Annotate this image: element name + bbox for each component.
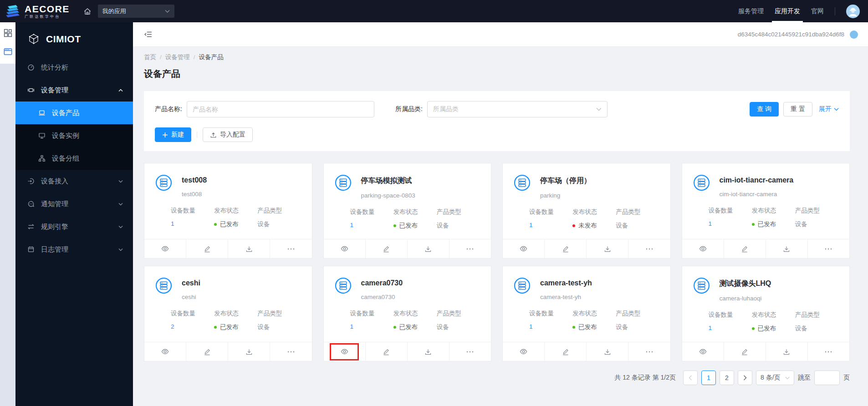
prev-page-button[interactable]: [683, 370, 698, 385]
edit-button[interactable]: [724, 342, 766, 361]
sidebar-item-log-management[interactable]: 日志管理: [15, 238, 133, 261]
edit-button[interactable]: [186, 342, 228, 361]
reset-button[interactable]: 重 置: [783, 102, 812, 117]
download-button[interactable]: [586, 239, 628, 258]
stat-label-device-count: 设备数量: [171, 310, 214, 318]
view-button[interactable]: [682, 239, 724, 258]
topbar-link-official-site[interactable]: 官网: [811, 0, 824, 22]
publish-status-value: 已发布: [752, 325, 795, 333]
ellipsis-icon: [645, 350, 654, 353]
download-button[interactable]: [586, 342, 628, 361]
edit-button[interactable]: [365, 342, 407, 361]
cimiot-brand[interactable]: CIMIOT: [15, 22, 133, 56]
main-header: d6345c484c021445921c91dba924d6f8: [133, 22, 868, 47]
more-button[interactable]: [628, 239, 670, 258]
view-button[interactable]: [503, 342, 544, 361]
more-button[interactable]: [628, 342, 670, 361]
user-avatar[interactable]: [846, 5, 860, 18]
sidebar-item-notification-management[interactable]: 通知管理: [15, 193, 133, 215]
ellipsis-icon: [287, 350, 295, 353]
publish-status-value: 已发布: [214, 323, 257, 331]
chevron-down-icon: [118, 248, 123, 251]
server-icon: [155, 174, 172, 198]
view-button[interactable]: [144, 342, 186, 361]
stat-label-product-type: 产品类型: [795, 207, 838, 215]
calendar-icon: [27, 246, 35, 253]
sidebar-item-device-management[interactable]: 设备管理: [15, 79, 133, 102]
search-button[interactable]: 查 询: [750, 102, 779, 117]
next-page-button[interactable]: [738, 370, 752, 385]
user-status-dot[interactable]: [850, 30, 858, 39]
sidebar-item-label: 日志管理: [41, 245, 112, 254]
aecore-logo[interactable]: AECORE 广联达数字中台: [5, 4, 70, 19]
device-count-value[interactable]: 1: [350, 222, 393, 228]
stat-label-publish-status: 发布状态: [752, 207, 795, 215]
device-count-value[interactable]: 1: [529, 222, 572, 228]
app-select-value: 我的应用: [102, 7, 126, 15]
topbar-link-service-management[interactable]: 服务管理: [738, 0, 764, 22]
sidebar-item-device-access[interactable]: 设备接入: [15, 170, 133, 193]
device-count-value[interactable]: 2: [171, 323, 214, 330]
download-button[interactable]: [766, 342, 807, 361]
stat-label-publish-status: 发布状态: [214, 310, 257, 318]
view-button[interactable]: [324, 239, 365, 258]
window-icon[interactable]: [3, 47, 13, 56]
more-button[interactable]: [449, 239, 491, 258]
more-button[interactable]: [449, 342, 491, 361]
eye-icon: [341, 245, 348, 253]
more-button[interactable]: [807, 342, 849, 361]
product-title: cim-iot-tiancr-camera: [720, 176, 794, 184]
device-count-value[interactable]: 1: [709, 325, 752, 331]
view-button[interactable]: [144, 239, 186, 258]
jump-page-input[interactable]: [814, 370, 840, 385]
sidebar-item-device-instances[interactable]: 设备实例: [15, 124, 133, 147]
view-button[interactable]: [324, 342, 365, 361]
ellipsis-icon: [824, 350, 832, 353]
page-size-select[interactable]: 8 条/页: [756, 370, 794, 385]
breadcrumb-device-management[interactable]: 设备管理: [165, 54, 190, 61]
device-count-value[interactable]: 1: [529, 323, 572, 330]
device-count-value[interactable]: 1: [171, 220, 214, 227]
sidebar-item-device-groups[interactable]: 设备分组: [15, 147, 133, 170]
topbar-link-app-development[interactable]: 应用开发: [775, 0, 800, 22]
page-title: 设备产品: [144, 68, 850, 80]
edit-button[interactable]: [544, 239, 586, 258]
download-button[interactable]: [766, 239, 807, 258]
product-title: ceshi: [182, 279, 200, 287]
eye-icon: [699, 348, 707, 355]
download-button[interactable]: [407, 342, 449, 361]
more-button[interactable]: [270, 239, 311, 258]
logo-subtitle: 广联达数字中台: [25, 15, 70, 19]
device-count-value[interactable]: 1: [350, 323, 393, 330]
app-select[interactable]: 我的应用: [98, 5, 174, 18]
edit-button[interactable]: [724, 239, 766, 258]
device-count-value[interactable]: 1: [709, 220, 752, 227]
sidebar-item-device-products[interactable]: 设备产品: [15, 102, 133, 124]
page-button-1[interactable]: 1: [701, 370, 716, 385]
download-button[interactable]: [228, 239, 270, 258]
create-button[interactable]: 新建: [155, 127, 191, 142]
product-name-input[interactable]: [187, 101, 374, 117]
sidebar-item-statistics[interactable]: 统计分析: [15, 56, 133, 79]
more-button[interactable]: [807, 239, 849, 258]
page-button-2[interactable]: 2: [720, 370, 734, 385]
download-button[interactable]: [228, 342, 270, 361]
category-select[interactable]: 所属品类: [427, 101, 608, 117]
home-icon[interactable]: [83, 7, 92, 15]
edit-button[interactable]: [544, 342, 586, 361]
import-config-button[interactable]: 导入配置: [203, 127, 253, 142]
menu-fold-icon[interactable]: [144, 30, 153, 39]
sidebar-item-rule-engine[interactable]: 规则引擎: [15, 215, 133, 238]
download-button[interactable]: [407, 239, 449, 258]
view-button[interactable]: [682, 342, 724, 361]
view-button[interactable]: [503, 239, 544, 258]
product-code: cim-iot-tiancr-camera: [720, 191, 794, 198]
more-button[interactable]: [270, 342, 311, 361]
edit-button[interactable]: [365, 239, 407, 258]
expand-link[interactable]: 展开: [819, 105, 839, 113]
breadcrumb-home[interactable]: 首页: [144, 54, 156, 61]
product-type-value: 设备: [616, 323, 659, 331]
publish-status-value: 已发布: [752, 220, 795, 228]
apps-icon[interactable]: [3, 28, 13, 38]
edit-button[interactable]: [186, 239, 228, 258]
